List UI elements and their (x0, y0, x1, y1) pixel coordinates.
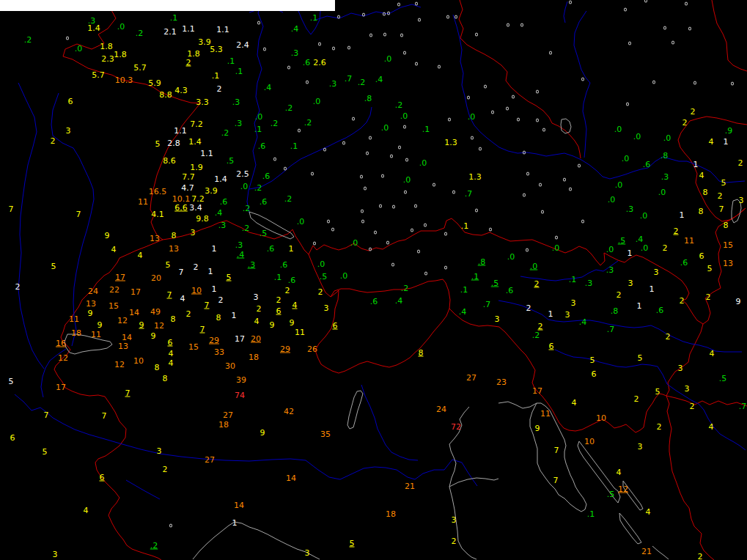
station-precip-value: .3 (248, 261, 256, 269)
station-precip-value: 6 (100, 474, 105, 482)
station-precip-value: .2 (271, 119, 279, 128)
station-precip-value: .0 (117, 23, 125, 31)
station-precip-value: .6 (643, 161, 651, 169)
station-precip-value: .2 (284, 195, 292, 203)
station-dot (364, 187, 367, 191)
station-precip-value: .8 (364, 95, 372, 103)
station-dot (273, 158, 276, 161)
station-dot (342, 141, 345, 145)
station-precip-value: 18 (218, 421, 229, 429)
station-precip-value: .4 (375, 75, 383, 84)
station-precip-value: 8.6 (163, 157, 176, 165)
station-dot (475, 209, 478, 213)
station-precip-value: .2 (243, 205, 251, 213)
station-precip-value: 5 (707, 265, 713, 273)
station-precip-value: .4 (215, 209, 223, 217)
station-dot (523, 194, 526, 197)
station-precip-value: 18 (249, 353, 259, 361)
station-precip-value: 6 (168, 339, 173, 347)
station-dot (360, 175, 363, 179)
station-precip-value: .2 (285, 104, 293, 112)
station-precip-value: .4 (237, 251, 245, 259)
station-dot (386, 241, 389, 245)
station-precip-value: .0 (384, 55, 392, 63)
station-precip-value: 4.3 (174, 86, 188, 95)
station-precip-value: .5 (227, 157, 235, 165)
station-dot (517, 118, 520, 122)
station-precip-value: 1 (724, 138, 729, 146)
station-dot (444, 232, 447, 236)
station-dot (652, 81, 655, 84)
station-precip-value: 9 (535, 424, 540, 432)
station-dot (369, 34, 372, 37)
station-precip-value: 15 (108, 302, 119, 310)
station-dot (693, 81, 696, 85)
station-precip-value: 2 (698, 553, 703, 560)
station-precip-value: 11 (69, 315, 79, 323)
station-precip-value: .0 (633, 133, 641, 141)
station-precip-value: .2 (532, 331, 540, 339)
station-precip-value: 7 (125, 389, 130, 397)
station-precip-value: 2 (666, 333, 671, 341)
station-precip-value: 7 (44, 411, 49, 419)
station-precip-value: 9.8 (196, 215, 209, 223)
station-dot (685, 2, 688, 6)
station-precip-value: .0 (403, 176, 411, 184)
station-precip-value: .0 (468, 113, 476, 121)
station-precip-value: 24 (88, 287, 98, 295)
station-precip-value: 6.6 (174, 204, 188, 212)
station-precip-value: .5 (260, 229, 268, 237)
station-precip-value: .1 (587, 510, 595, 518)
station-precip-value: 2 (526, 304, 531, 312)
station-dot (569, 188, 572, 191)
station-precip-value: 3 (452, 516, 457, 524)
station-precip-value: .4 (291, 25, 299, 33)
station-precip-value: .5 (320, 273, 328, 281)
station-precip-value: 14 (286, 474, 296, 482)
station-dot (446, 15, 449, 19)
station-dot (313, 242, 316, 246)
station-precip-value: .0 (340, 272, 348, 280)
station-precip-value: .2 (24, 36, 32, 44)
station-precip-value: 2 (718, 192, 723, 200)
station-precip-value: 42 (284, 408, 294, 416)
station-precip-value: .4 (459, 308, 467, 316)
station-dot (390, 155, 393, 158)
station-precip-value: 4 (572, 399, 577, 407)
station-dot (383, 33, 386, 37)
station-precip-value: 8.8 (159, 91, 172, 99)
station-precip-value: 2.5 (236, 170, 249, 178)
station-precip-value: .5 (618, 237, 626, 245)
station-precip-value: 11 (684, 237, 694, 245)
station-precip-value: 3 (638, 443, 643, 451)
station-precip-value: 2.6 (313, 59, 326, 67)
station-precip-value: 7.2 (191, 195, 205, 203)
station-precip-value: 10.1 (172, 195, 191, 203)
station-precip-value: 8 (419, 349, 424, 357)
station-precip-value: 1 (693, 161, 699, 169)
station-precip-value: 4 (699, 172, 704, 180)
station-precip-value: .7 (483, 301, 491, 309)
station-dot (415, 62, 418, 66)
station-precip-value: 1 (289, 245, 294, 253)
station-precip-value: 9 (736, 298, 741, 306)
station-precip-value: 4 (710, 350, 715, 358)
station-precip-value: 11 (295, 328, 305, 336)
station-precip-value: 5.7 (133, 64, 147, 72)
station-precip-value: .5 (607, 490, 615, 498)
station-precip-value: 10.3 (115, 76, 133, 84)
station-precip-value: 5 (155, 140, 161, 148)
station-precip-value: 1.8 (100, 43, 113, 51)
station-precip-value: 17 (130, 288, 141, 296)
station-precip-value: .0 (317, 260, 325, 268)
station-dot (526, 248, 529, 252)
station-dot (467, 96, 470, 100)
station-dot (361, 210, 364, 213)
station-dot (403, 51, 406, 55)
station-precip-value: .5 (719, 375, 727, 383)
station-precip-value: 7 (205, 301, 210, 309)
station-dot (549, 51, 552, 55)
station-precip-value: 12 (618, 485, 628, 493)
station-precip-value: 2 (186, 310, 191, 318)
station-precip-value: 2 (706, 293, 711, 301)
